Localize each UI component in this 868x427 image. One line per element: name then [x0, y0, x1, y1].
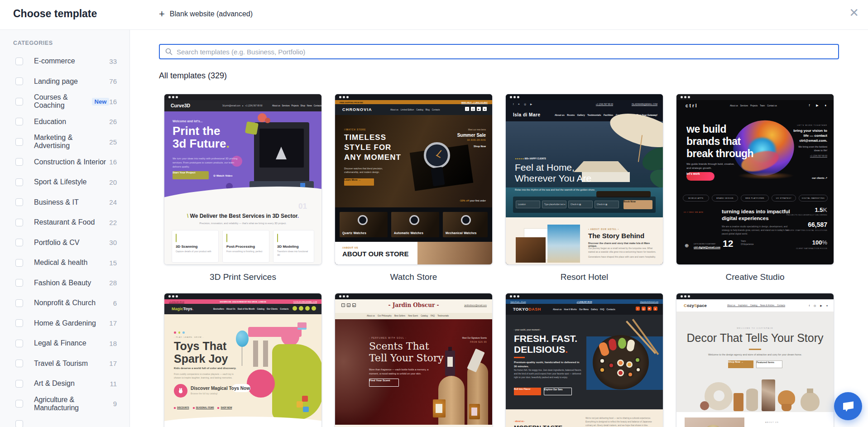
checkbox[interactable] [15, 319, 23, 327]
checkbox[interactable] [15, 118, 23, 125]
checkbox[interactable] [15, 420, 23, 427]
category-partial-row[interactable] [0, 414, 129, 427]
about-title: MODERN TASTE. [514, 424, 564, 427]
category-e-commerce[interactable]: E-commerce33 [0, 51, 129, 72]
contact-subtitle: We bring even the boldest ideas to life! [796, 145, 827, 153]
decor [778, 390, 795, 406]
stat-caption: CLIENT SATISFACTION FOCUS [796, 247, 827, 249]
category-portfolio-cv[interactable]: Portfolio & CV30 [0, 233, 129, 253]
category-construction-interior[interactable]: Construction & Interior16 [0, 152, 129, 173]
checkbox[interactable] [15, 98, 23, 106]
checkbox[interactable] [15, 239, 23, 246]
social-icons: f ▶ ♦ [809, 104, 827, 107]
hero-subtitle: Relax into the rhythm of the sea and fee… [515, 188, 595, 191]
checkbox[interactable] [15, 158, 23, 166]
promo-kicker: Meet our new items [468, 129, 486, 131]
about-title: ABOUT OUR STORE [342, 250, 408, 258]
template-thumbnail[interactable]: f ✦ ◎ ▶ +1 (234) 567 89 00 ISLADIMARE@EM… [506, 94, 663, 264]
category-medical-health[interactable]: Medical & health15 [0, 253, 129, 273]
decor [762, 379, 775, 411]
checkbox[interactable] [15, 58, 23, 65]
template-thumbnail[interactable]: Open 8 am - 10 pm +1 (234) 567 89 00 tok… [506, 293, 663, 427]
category-label: Restaurant & Food [34, 218, 109, 226]
checkbox[interactable] [15, 340, 23, 347]
lets-work-button: let's work [686, 172, 715, 181]
blank-website-button[interactable]: + Blank website (advanced) [159, 9, 253, 19]
checkbox[interactable] [15, 360, 23, 367]
social-icons: f ◎ ▶ ♦ [809, 304, 828, 307]
category-nonprofit-church[interactable]: Nonprofit & Church6 [0, 293, 129, 313]
decor [247, 369, 275, 398]
decor [281, 328, 299, 346]
close-icon[interactable]: ✕ [849, 7, 859, 19]
category-fashion-beauty[interactable]: Fashion & Beauty28 [0, 273, 129, 293]
photo-kitchen [516, 237, 546, 263]
category-home-gardening[interactable]: Home & Gardening17 [0, 313, 129, 334]
instagram-icon: ◎ [471, 107, 475, 111]
category-count: 33 [109, 58, 117, 65]
watch-icon [409, 215, 419, 225]
hero-title-line2: Spark Joy [174, 352, 228, 365]
checkbox[interactable] [15, 178, 23, 186]
checkbox[interactable] [15, 259, 23, 267]
about-kicker: • ABOUT OUR HOTEL • [588, 228, 619, 230]
category-education[interactable]: Education26 [0, 112, 129, 132]
chat-widget-button[interactable] [834, 392, 862, 420]
checkbox[interactable] [15, 400, 23, 408]
category-restaurant-food[interactable]: Restaurant & Food22 [0, 212, 129, 233]
about-kicker: - about us - [514, 420, 525, 422]
gift-icon [297, 322, 307, 330]
about-title: The Story Behind [588, 232, 644, 240]
checkbox[interactable] [15, 198, 23, 206]
decor [300, 183, 305, 187]
checkbox[interactable] [15, 138, 23, 146]
category-label: Medical & health [34, 259, 109, 267]
contact-title: bring your vision to life — contact ctrl… [791, 129, 827, 143]
browser-chrome [676, 293, 834, 299]
category-art-design[interactable]: Art & Design11 [0, 374, 129, 394]
category-travel-tourism[interactable]: Travel & Tourism17 [0, 354, 129, 374]
social-icons [293, 306, 316, 311]
browser-chrome [335, 94, 492, 100]
checkbox[interactable] [15, 219, 23, 226]
instagram-icon: ◎ [642, 307, 646, 311]
template-thumbnail[interactable]: Curve3D 3d.print@email.com ● +1 (234) 56… [164, 94, 321, 264]
categories-sidebar: CATEGORIES E-commerce33 Landing page76 C… [0, 30, 130, 427]
hero-title-line1: we build [686, 123, 726, 135]
checkbox[interactable] [15, 380, 23, 388]
stat-caption: Years [741, 240, 746, 242]
category-label: Legal & Finance [34, 339, 109, 347]
book-now-button: Book Now [623, 200, 652, 209]
browser-chrome [164, 94, 321, 100]
category-courses-coaching[interactable]: Courses & CoachingNew16 [0, 91, 129, 112]
category-tile: Quartz Watches [340, 212, 388, 237]
twitter-icon [305, 306, 310, 311]
site-logo: MagicToys. [172, 307, 193, 311]
decor [738, 172, 794, 179]
template-thumbnail[interactable]: +1 (234) 567 89 00 SHOWROOM: 3254 EGREMO… [164, 293, 321, 427]
checkbox[interactable] [15, 299, 23, 307]
decor [276, 147, 287, 159]
category-marketing-advertising[interactable]: Marketing & Advertising25 [0, 132, 129, 152]
category-agriculture-manufacturing[interactable]: Agriculture & Manufacturing9 [0, 394, 129, 414]
category-count: 15 [109, 259, 117, 267]
site-logo: Isla di Mare [513, 112, 540, 117]
youtube-icon [312, 306, 316, 311]
category-business-it[interactable]: Business & IT24 [0, 192, 129, 213]
template-thumbnail[interactable]: CozySpace About us Inspiration Catalog N… [676, 293, 834, 427]
browser-chrome [676, 94, 834, 100]
template-thumbnail[interactable]: f ◎ ▶ - Jardin Obscur - jardinobscur@ema… [335, 293, 492, 427]
dialog-header: Choose template + Blank website (advance… [0, 0, 868, 30]
category-legal-finance[interactable]: Legal & Finance18 [0, 333, 129, 354]
checkbox[interactable] [15, 279, 23, 287]
template-thumbnail[interactable]: ctrl About us Services Projects Team Con… [676, 94, 834, 264]
category-sport-lifestyle[interactable]: Sport & Lifestyle20 [0, 172, 129, 192]
template-thumbnail[interactable]: FREE SHIPPING FROM $49 NEED HELP: +1 (80… [335, 94, 492, 264]
category-landing-page[interactable]: Landing page76 [0, 72, 129, 92]
search-input[interactable] [177, 48, 838, 56]
category-tile: Mechanical Watches [443, 212, 488, 237]
decor [302, 396, 308, 402]
checkbox[interactable] [15, 77, 23, 85]
contact-phone: +1 (234) 567 89 00 [810, 155, 827, 157]
category-count: 76 [109, 77, 117, 85]
